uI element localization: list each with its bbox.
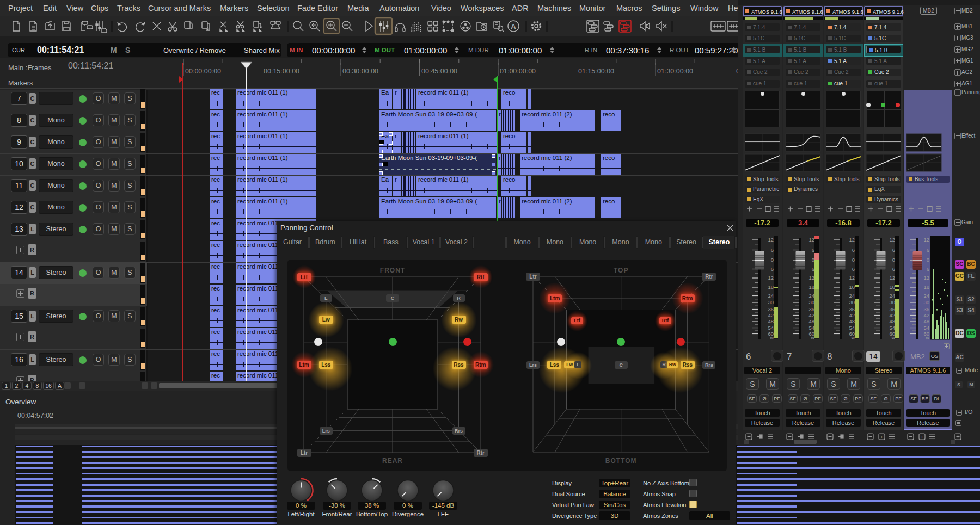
svg-text:42: 42 [923,312,929,318]
svg-text:12: 12 [889,275,895,281]
svg-text:6: 6 [771,266,774,272]
svg-text:54: 54 [889,325,895,331]
svg-text:30: 30 [889,299,895,305]
svg-text:6: 6 [812,247,814,253]
svg-text:0: 0 [771,257,774,263]
svg-text:6: 6 [812,266,814,272]
svg-text:6: 6 [852,247,855,253]
svg-text:54: 54 [768,325,774,331]
svg-text:12: 12 [849,275,855,281]
svg-text:18: 18 [849,284,855,290]
svg-text:30: 30 [923,299,929,305]
svg-text:0: 0 [927,257,929,263]
svg-text:T: T [921,435,923,440]
svg-text:12: 12 [923,275,929,281]
svg-text:0: 0 [852,257,855,263]
svg-text:6: 6 [927,266,929,272]
svg-text:18: 18 [889,284,895,290]
svg-text:36: 36 [923,306,929,312]
svg-text:48: 48 [768,318,774,324]
svg-text:A: A [511,22,516,30]
svg-text:00:30:00:00: 00:30:00:00 [342,67,378,75]
svg-text:48: 48 [889,318,895,324]
svg-text:12: 12 [923,237,929,243]
svg-text:42: 42 [889,312,895,318]
svg-text:12: 12 [808,275,814,281]
svg-text:∞: ∞ [811,335,814,341]
svg-text:48: 48 [849,318,855,324]
svg-text:00:45:00:00: 00:45:00:00 [421,67,457,75]
svg-text:∞: ∞ [926,335,929,341]
svg-text:6: 6 [892,247,895,253]
svg-text:30: 30 [808,299,814,305]
svg-text:54: 54 [808,325,814,331]
svg-text:48: 48 [808,318,814,324]
svg-text:24: 24 [849,293,855,299]
svg-text:18: 18 [808,284,814,290]
svg-text:12: 12 [768,275,774,281]
svg-text:∞: ∞ [892,335,895,341]
svg-text:42: 42 [849,312,855,318]
svg-text:48: 48 [923,318,929,324]
svg-text:∞: ∞ [852,335,855,341]
svg-text:36: 36 [768,306,774,312]
svg-text:24: 24 [768,293,774,299]
svg-text:24: 24 [808,293,814,299]
svg-text:24: 24 [923,293,929,299]
svg-text:12: 12 [849,237,855,243]
svg-text:01:30:00:00: 01:30:00:00 [657,67,693,75]
svg-text:18: 18 [768,284,774,290]
svg-text:12: 12 [768,237,774,243]
svg-text:∞: ∞ [770,335,774,341]
svg-text:12: 12 [808,237,814,243]
svg-text:6: 6 [892,266,895,272]
svg-text:00:15:00:00: 00:15:00:00 [264,67,299,75]
svg-text:54: 54 [923,325,929,331]
svg-text:6: 6 [852,266,855,272]
svg-text:01:15:00:00: 01:15:00:00 [578,67,614,75]
svg-text:24: 24 [889,293,895,299]
svg-text:00:00:00:00: 00:00:00:00 [185,67,221,75]
svg-text:42: 42 [768,312,774,318]
svg-text:0: 0 [812,257,814,263]
svg-text:01:00:00:00: 01:00:00:00 [500,67,536,75]
svg-text:30: 30 [849,299,855,305]
svg-text:36: 36 [849,306,855,312]
svg-text:6: 6 [771,247,774,253]
svg-text:30: 30 [768,299,774,305]
svg-text:42: 42 [808,312,814,318]
svg-text:36: 36 [889,306,895,312]
svg-text:54: 54 [849,325,855,331]
svg-text:0: 0 [892,257,895,263]
svg-text:12: 12 [889,237,895,243]
svg-text:36: 36 [808,306,814,312]
svg-text:6: 6 [927,247,929,253]
svg-text:T: T [880,435,883,440]
svg-text:18: 18 [923,284,929,290]
